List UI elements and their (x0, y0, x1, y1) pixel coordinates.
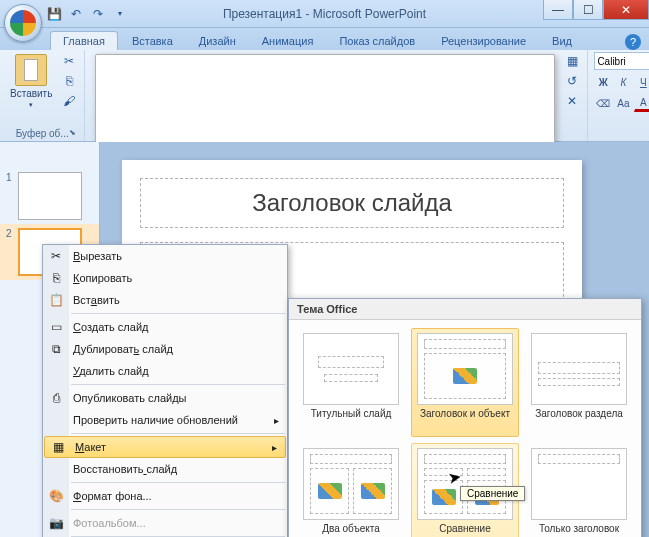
delete-slide-icon[interactable]: ✕ (563, 92, 581, 110)
ctx-label: Формат фона... (73, 490, 152, 502)
layout-option[interactable]: Заголовок и объект (411, 328, 519, 437)
ctx-item[interactable]: Восстановить слайд (43, 458, 287, 480)
ctx-item[interactable]: ▦Макет (44, 436, 286, 458)
ctx-icon: ⧉ (47, 340, 65, 358)
thumb-number: 2 (6, 228, 14, 239)
undo-icon[interactable]: ↶ (68, 6, 84, 22)
close-button[interactable]: ✕ (603, 0, 649, 20)
ctx-label: Восстановить слайд (73, 463, 177, 475)
group-label-clipboard: Буфер об... (6, 127, 78, 141)
layout-option[interactable]: Титульный слайд (297, 328, 405, 437)
ctx-icon: ▦ (49, 438, 67, 456)
layout-thumb (417, 333, 513, 405)
layout-name: Сравнение (439, 523, 490, 537)
quick-access-toolbar: 💾 ↶ ↷ ▾ (46, 6, 128, 22)
paste-label: Вставить (10, 88, 52, 99)
layout-name: Заголовок раздела (535, 408, 623, 432)
layout-name: Только заголовок (539, 523, 619, 537)
ctx-icon (47, 362, 65, 380)
ribbon-tabs: Главная Вставка Дизайн Анимация Показ сл… (0, 28, 649, 50)
ctx-item[interactable]: ✂Вырезать (43, 245, 287, 267)
clear-format-icon[interactable]: ⌫ (594, 94, 612, 112)
ribbon-group-slides: Создать слайд ▦ ↺ ✕ Слайды (85, 50, 588, 141)
clipboard-icon (15, 54, 47, 86)
ctx-icon: ▭ (47, 318, 65, 336)
ctx-icon: ⎘ (47, 269, 65, 287)
paste-button[interactable]: Вставить ▾ (6, 52, 56, 111)
cut-icon[interactable]: ✂ (60, 52, 78, 70)
ctx-icon: ✂ (47, 247, 65, 265)
tab-view[interactable]: Вид (540, 32, 584, 50)
layout-thumb (303, 333, 399, 405)
ctx-label: Проверить наличие обновлений (73, 414, 238, 426)
ctx-label: Фотоальбом... (73, 517, 146, 529)
save-icon[interactable]: 💾 (46, 6, 62, 22)
title-text: Заголовок слайда (151, 189, 553, 217)
layout-name: Два объекта (322, 523, 380, 537)
ctx-label: Дублировать слайд (73, 343, 173, 355)
tab-design[interactable]: Дизайн (187, 32, 248, 50)
copy-icon[interactable]: ⎘ (60, 72, 78, 90)
ctx-item[interactable]: ⎙Опубликовать слайды (43, 387, 287, 409)
layout-name: Заголовок и объект (420, 408, 510, 432)
font-color-icon[interactable]: A (634, 94, 649, 112)
redo-icon[interactable]: ↷ (90, 6, 106, 22)
layout-thumb (417, 448, 513, 520)
layout-option[interactable]: Только заголовок (525, 443, 633, 537)
ctx-item[interactable]: 📋Вставить (43, 289, 287, 311)
ctx-icon (47, 460, 65, 478)
layout-icon[interactable]: ▦ (563, 52, 581, 70)
group-label-font: Шрифт (594, 127, 649, 141)
thumbnail-1[interactable]: 1 (0, 168, 99, 224)
ribbon: Вставить ▾ ✂ ⎘ 🖌 Буфер об... Создать сла… (0, 50, 649, 142)
tab-insert[interactable]: Вставка (120, 32, 185, 50)
ctx-label: Опубликовать слайды (73, 392, 187, 404)
ctx-icon: ⎙ (47, 389, 65, 407)
tooltip: Сравнение (460, 486, 525, 501)
ctx-label: Вырезать (73, 250, 122, 262)
thumb-number: 1 (6, 172, 14, 183)
office-button[interactable] (4, 4, 42, 42)
tab-home[interactable]: Главная (50, 31, 118, 50)
layout-thumb (303, 448, 399, 520)
ctx-item[interactable]: ▭Создать слайд (43, 316, 287, 338)
context-menu: ✂Вырезать⎘Копировать📋Вставить▭Создать сл… (42, 244, 288, 537)
chevron-down-icon: ▾ (29, 101, 33, 109)
tab-review[interactable]: Рецензирование (429, 32, 538, 50)
tab-slideshow[interactable]: Показ слайдов (327, 32, 427, 50)
reset-icon[interactable]: ↺ (563, 72, 581, 90)
ctx-item[interactable]: ⎘Копировать (43, 267, 287, 289)
bold-button[interactable]: Ж (594, 73, 612, 91)
layout-thumb (531, 333, 627, 405)
underline-button[interactable]: Ч (634, 73, 649, 91)
ctx-label: Вставить (73, 294, 120, 306)
ctx-item[interactable]: 🎨Формат фона... (43, 485, 287, 507)
layout-thumb (531, 448, 627, 520)
ctx-item[interactable]: Проверить наличие обновлений (43, 409, 287, 431)
italic-button[interactable]: К (614, 73, 632, 91)
qat-dropdown-icon[interactable]: ▾ (112, 6, 128, 22)
ctx-icon: 📋 (47, 291, 65, 309)
layout-option[interactable]: Два объекта (297, 443, 405, 537)
ctx-item: 📷Фотоальбом... (43, 512, 287, 534)
ctx-label: Создать слайд (73, 321, 148, 333)
help-icon[interactable]: ? (625, 34, 641, 50)
ctx-icon: 📷 (47, 514, 65, 532)
layout-flyout: Тема Office Титульный слайдЗаголовок и о… (288, 298, 642, 537)
title-placeholder[interactable]: Заголовок слайда (140, 178, 564, 228)
ctx-item[interactable]: Удалить слайд (43, 360, 287, 382)
layout-option[interactable]: Заголовок раздела (525, 328, 633, 437)
title-bar: 💾 ↶ ↷ ▾ Презентация1 - Microsoft PowerPo… (0, 0, 649, 28)
tab-animation[interactable]: Анимация (250, 32, 326, 50)
window-title: Презентация1 - Microsoft PowerPoint (223, 7, 426, 21)
ctx-label: Копировать (73, 272, 132, 284)
ribbon-group-font: A▴ A▾ Ж К Ч abc S AV ⌫ Aa A Шрифт (588, 50, 649, 141)
change-case-icon[interactable]: Aa (614, 94, 632, 112)
font-family-select[interactable] (594, 52, 649, 70)
format-painter-icon[interactable]: 🖌 (60, 92, 78, 110)
ctx-item[interactable]: ⧉Дублировать слайд (43, 338, 287, 360)
thumbnail-slide (18, 172, 82, 220)
maximize-button[interactable]: ☐ (573, 0, 603, 20)
minimize-button[interactable]: — (543, 0, 573, 20)
layout-name: Титульный слайд (311, 408, 392, 432)
